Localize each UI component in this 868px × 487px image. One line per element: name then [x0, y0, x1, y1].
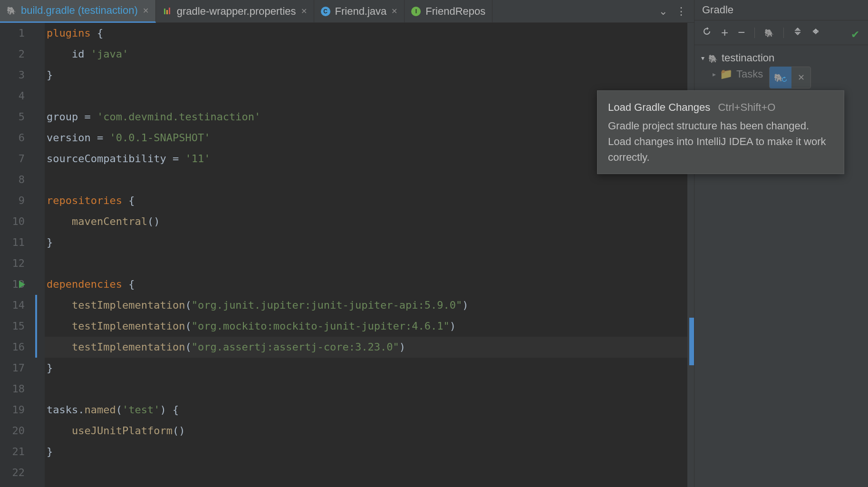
- code-line[interactable]: [47, 379, 694, 399]
- run-gutter-icon[interactable]: [19, 281, 25, 288]
- tab-bar: build.gradle (testinaction) ✕ gradle-wra…: [0, 0, 694, 23]
- line-number: 5: [0, 107, 25, 127]
- remove-icon[interactable]: −: [738, 25, 745, 40]
- close-icon[interactable]: ✕: [391, 7, 397, 16]
- line-number: 17: [0, 358, 25, 379]
- load-gradle-changes-popup: ✕: [769, 67, 811, 88]
- tab-build-gradle[interactable]: build.gradle (testinaction) ✕: [0, 0, 156, 23]
- line-number: 2: [0, 44, 25, 65]
- fold-column: [37, 23, 45, 487]
- code-area[interactable]: 12345678910111213141516171819202122 plug…: [0, 23, 694, 487]
- gradle-icon: [774, 73, 783, 82]
- line-number: 13: [0, 274, 25, 295]
- line-number: 14: [0, 295, 25, 316]
- line-number: 8: [0, 169, 25, 190]
- line-number: 9: [0, 190, 25, 211]
- gradle-icon: [7, 6, 16, 15]
- close-icon[interactable]: ✕: [791, 67, 810, 88]
- line-number: 22: [0, 462, 25, 483]
- code-line[interactable]: testImplementation("org.mockito:mockito-…: [47, 316, 694, 337]
- collapse-all-icon[interactable]: [811, 27, 820, 38]
- gradle-panel-title: Gradle: [694, 0, 868, 20]
- line-gutter: 12345678910111213141516171819202122: [0, 23, 37, 487]
- change-marker: [35, 316, 37, 337]
- code-line[interactable]: testImplementation("org.junit.jupiter:ju…: [47, 295, 694, 316]
- chevron-down-icon[interactable]: ⌄: [659, 5, 667, 18]
- code-line[interactable]: }: [47, 232, 694, 253]
- tree-node-project[interactable]: ▾ testinaction: [698, 50, 864, 66]
- tab-friend-repos[interactable]: I FriendRepos: [405, 0, 492, 23]
- line-number: 11: [0, 232, 25, 253]
- refresh-icon[interactable]: [702, 27, 712, 39]
- more-icon[interactable]: ⋮: [676, 5, 686, 18]
- chevron-down-icon[interactable]: ▾: [701, 54, 704, 62]
- code-line[interactable]: }: [47, 65, 694, 86]
- load-gradle-changes-tooltip: Load Gradle Changes Ctrl+Shift+O Gradle …: [597, 90, 844, 174]
- code-line[interactable]: [47, 462, 694, 483]
- gradle-icon[interactable]: [764, 27, 774, 38]
- code-line[interactable]: [47, 253, 694, 274]
- svg-rect-1: [166, 10, 168, 14]
- chevron-right-icon[interactable]: ▸: [713, 70, 716, 78]
- line-number: 6: [0, 127, 25, 148]
- java-interface-icon: I: [411, 7, 421, 16]
- svg-rect-2: [169, 8, 170, 14]
- gradle-icon: [708, 52, 718, 64]
- separator: [754, 28, 755, 38]
- line-number: 16: [0, 337, 25, 358]
- line-number: 21: [0, 441, 25, 462]
- line-number: 10: [0, 211, 25, 232]
- code-line[interactable]: repositories {: [47, 190, 694, 211]
- tab-overflow: ⌄ ⋮: [651, 5, 694, 18]
- tree-label: Tasks: [736, 68, 763, 80]
- line-number: 1: [0, 23, 25, 44]
- tree-label: testinaction: [722, 52, 774, 64]
- close-icon[interactable]: ✕: [143, 6, 149, 15]
- tab-label: gradle-wrapper.properties: [177, 5, 296, 18]
- tab-label: Friend.java: [335, 5, 387, 18]
- tab-gradle-wrapper-properties[interactable]: gradle-wrapper.properties ✕: [156, 0, 314, 23]
- line-number: 18: [0, 379, 25, 399]
- close-icon[interactable]: ✕: [301, 7, 307, 16]
- gradle-toolbar: + −: [694, 20, 868, 45]
- add-icon[interactable]: +: [721, 25, 728, 40]
- tab-label: build.gradle (testinaction): [21, 4, 138, 17]
- line-number: 12: [0, 253, 25, 274]
- separator: [783, 28, 784, 38]
- expand-all-icon[interactable]: [793, 27, 802, 38]
- change-marker: [35, 295, 37, 316]
- tab-label: FriendRepos: [425, 5, 485, 18]
- line-number: 4: [0, 86, 25, 107]
- line-number: 15: [0, 316, 25, 337]
- code-line[interactable]: mavenCentral(): [47, 211, 694, 232]
- tooltip-body: Gradle project structure has been change…: [608, 118, 833, 165]
- properties-icon: [163, 7, 172, 16]
- tooltip-title: Load Gradle Changes: [608, 101, 710, 113]
- tooltip-shortcut: Ctrl+Shift+O: [718, 101, 775, 113]
- line-number: 7: [0, 148, 25, 169]
- code-line[interactable]: dependencies {: [47, 274, 694, 295]
- tab-friend-java[interactable]: C Friend.java ✕: [314, 0, 405, 23]
- analysis-ok-icon[interactable]: ✔: [851, 29, 859, 41]
- folder-icon: 📁: [720, 68, 733, 80]
- code-line[interactable]: }: [47, 441, 694, 462]
- java-class-icon: C: [321, 7, 330, 16]
- line-number: 19: [0, 399, 25, 420]
- change-marker: [35, 337, 37, 358]
- load-gradle-changes-button[interactable]: [770, 67, 791, 88]
- code-line[interactable]: useJUnitPlatform(): [47, 420, 694, 441]
- code-line[interactable]: id 'java': [47, 44, 694, 65]
- svg-rect-0: [164, 9, 165, 14]
- line-number: 20: [0, 420, 25, 441]
- editor-pane: build.gradle (testinaction) ✕ gradle-wra…: [0, 0, 694, 487]
- code-line[interactable]: testImplementation("org.assertj:assertj-…: [47, 337, 694, 358]
- code-line[interactable]: plugins {: [47, 23, 694, 44]
- code-line[interactable]: tasks.named('test') {: [47, 399, 694, 420]
- line-number: 3: [0, 65, 25, 86]
- code-line[interactable]: }: [47, 358, 694, 379]
